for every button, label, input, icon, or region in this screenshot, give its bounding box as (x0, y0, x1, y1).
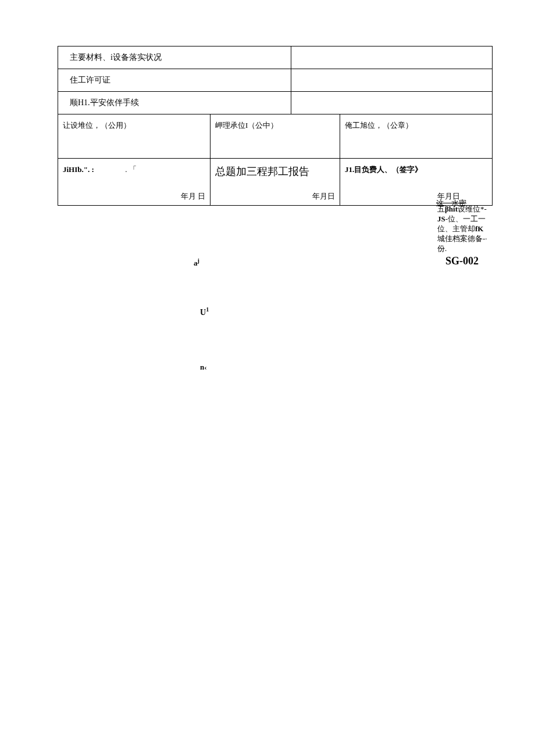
row-permit: 住工许可证 (58, 69, 493, 92)
safety-label: 顺H1.平安依伴手续 (70, 98, 139, 107)
report-title: 总题加三程邦工报告 (215, 166, 309, 177)
signature-bottom-row: JiHIb.". : . 「 年月 日 总题加三程邦工报告 年月日 J1.目负费… (58, 159, 493, 206)
note-line-1: 五βhit设维位*- (437, 205, 495, 214)
sig-unit-3-label: 俺工旭位，（公章） (345, 121, 413, 130)
sig-unit-1-label: 让设堆位，（公用） (63, 121, 131, 130)
sig-unit-2: 岬理承位I（公中） (211, 114, 340, 159)
materials-label: 主要材料、i设备落实状况 (70, 53, 162, 62)
document-code: SG-002 (445, 255, 479, 267)
stray-text-u: U1 (200, 306, 209, 317)
form-table: 主要材料、i设备落实状况 住工许可证 顺H1.平安依伴手续 让设堆位，（公用） … (58, 46, 493, 206)
bottom-col-3: J1.目负费人、（签字》 年月日 (340, 159, 493, 206)
sig-unit-3: 俺工旭位，（公章） (340, 114, 493, 159)
bottom-col1-date: 年月 日 (181, 191, 205, 202)
note-line-4: 城佳档案德备-· (437, 234, 495, 244)
distribution-note: 五βhit设维位*- JS-位、一工一 位、主管却fK 城佳档案德备-· 份. (437, 205, 495, 253)
permit-value-cell (291, 69, 493, 92)
materials-value-cell (291, 46, 493, 69)
permit-label-cell: 住工许可证 (58, 69, 291, 92)
note-line-3: 位、主管却fK (437, 224, 495, 234)
note-line-2: JS-位、一工一 (437, 214, 495, 224)
bottom-col3-label: J1.目负费人、（签字》 (345, 165, 422, 174)
bottom-col-2: 总题加三程邦工报告 年月日 (211, 159, 340, 206)
sig-unit-1: 让设堆位，（公用） (58, 114, 211, 159)
safety-value-cell (291, 92, 493, 114)
row-materials: 主要材料、i设备落实状况 (58, 46, 493, 69)
signature-header-row: 让设堆位，（公用） 岬理承位I（公中） 俺工旭位，（公章） (58, 114, 493, 159)
note-line-5: 份. (437, 244, 495, 254)
bottom-col1-fragment-b: . 「 (125, 165, 137, 174)
safety-label-cell: 顺H1.平安依伴手续 (58, 92, 291, 114)
bottom-col-1: JiHIb.". : . 「 年月 日 (58, 159, 211, 206)
stray-text-a: aj (194, 257, 199, 268)
stray-text-n: n‹ (200, 363, 207, 372)
bottom-col1-fragment-a: JiHIb.". : (63, 165, 94, 174)
permit-label: 住工许可证 (70, 76, 110, 84)
bottom-col2-date: 年月日 (312, 191, 335, 202)
materials-label-cell: 主要材料、i设备落实状况 (58, 46, 291, 69)
sig-unit-2-label: 岬理承位I（公中） (215, 121, 278, 130)
row-safety: 顺H1.平安依伴手续 (58, 92, 493, 114)
